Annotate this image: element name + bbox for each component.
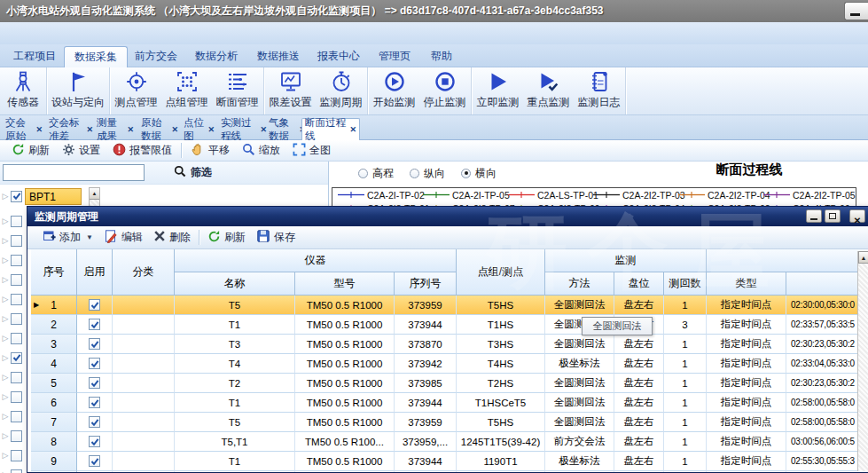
radio-dot-icon[interactable] [410, 169, 419, 178]
cell-enabled[interactable] [77, 374, 113, 393]
checkbox[interactable] [11, 469, 22, 473]
expander-icon[interactable]: ▷ [0, 295, 11, 304]
tree-item-3[interactable]: ▷ [0, 271, 22, 288]
expander-icon[interactable]: ▷ [0, 334, 11, 343]
close-icon[interactable]: ✕ [207, 125, 215, 134]
expander-icon[interactable]: ▷ [0, 256, 11, 264]
filter-input[interactable] [3, 164, 145, 181]
save-button[interactable]: 保存 [251, 229, 301, 247]
tree-item-10[interactable]: ▷ [0, 407, 22, 425]
tree-item-7[interactable]: ▷ [0, 349, 22, 367]
doc-tab-4[interactable]: 点位图✕ [181, 118, 217, 140]
menu-tab-5[interactable]: 报表中心 [312, 46, 365, 67]
cell-enabled[interactable] [77, 432, 113, 452]
expander-icon[interactable]: ▷ [0, 275, 11, 284]
pan-button[interactable]: 平移 [184, 142, 236, 160]
cell-enabled[interactable] [77, 335, 113, 354]
checkbox[interactable] [89, 299, 100, 311]
tree-item-9[interactable]: ▷ [0, 388, 22, 406]
dialog-minimize-button[interactable] [806, 209, 822, 223]
cell-enabled[interactable] [77, 315, 113, 335]
monitor-period-button[interactable]: 监测周期 [316, 69, 366, 114]
checkbox[interactable] [11, 450, 22, 461]
checkbox[interactable] [11, 216, 22, 227]
point-manage-button[interactable]: 测点管理 [111, 69, 161, 114]
checkbox[interactable] [11, 333, 22, 344]
checkbox[interactable] [11, 255, 22, 266]
menu-tab-6[interactable]: 管理页 [372, 46, 417, 67]
cell-enabled[interactable] [77, 413, 113, 432]
checkbox[interactable] [11, 372, 22, 383]
scroll-up-icon[interactable]: ▲ [90, 188, 99, 200]
checkbox[interactable] [89, 416, 100, 428]
dialog-titlebar[interactable]: 监测周期管理 ✕ [27, 207, 868, 226]
checkbox[interactable] [11, 191, 22, 202]
expander-icon[interactable]: ▷ [0, 392, 11, 401]
menu-tab-1[interactable]: 数据采集 [64, 46, 128, 67]
doc-tab-2[interactable]: 测量成果✕ [94, 118, 137, 140]
checkbox[interactable] [89, 358, 100, 369]
full-view-button[interactable]: 全图 [286, 142, 337, 160]
checkbox[interactable] [11, 391, 22, 403]
dialog-close-button[interactable]: ✕ [849, 209, 865, 223]
close-icon[interactable]: ✕ [349, 125, 356, 134]
filter-button[interactable]: 筛选 [168, 164, 217, 181]
close-icon[interactable]: ✕ [171, 125, 178, 134]
scroll-up-icon[interactable]: ▲ [858, 251, 868, 264]
settings-button[interactable]: 设置 [56, 142, 106, 160]
station-orientation-button[interactable]: 设站与定向 [48, 69, 108, 114]
selected-point-group[interactable]: BPT1 [25, 188, 82, 205]
checkbox[interactable] [89, 455, 100, 467]
radio-2[interactable]: 横向 [461, 166, 497, 181]
expander-icon[interactable]: ▷ [0, 451, 11, 460]
tolerance-settings-button[interactable]: 限差设置 [265, 69, 316, 114]
checkbox[interactable] [11, 411, 22, 422]
start-monitor-button[interactable]: 开始监测 [369, 69, 419, 114]
cell-enabled[interactable] [77, 354, 113, 374]
tree-item-11[interactable]: ▷ [0, 427, 22, 445]
delete-button[interactable]: 删除 [148, 229, 196, 247]
menu-tab-2[interactable]: 前方交会 [128, 46, 184, 67]
doc-tab-0[interactable]: 交会原始✕ [3, 118, 45, 140]
radio-dot-icon[interactable] [461, 169, 471, 178]
cell-enabled[interactable] [77, 393, 113, 413]
dialog-maximize-button[interactable] [825, 209, 841, 223]
checkbox[interactable] [11, 352, 22, 364]
close-icon[interactable]: ✕ [86, 125, 93, 134]
expander-icon[interactable]: ▷ [0, 373, 11, 382]
checkbox[interactable] [89, 319, 100, 330]
chevron-down-icon[interactable]: ▼ [86, 233, 93, 241]
checkbox[interactable] [89, 397, 100, 408]
expander-icon[interactable]: ▷ [0, 412, 11, 421]
radio-0[interactable]: 高程 [358, 166, 394, 181]
tree-item-6[interactable]: ▷ [0, 329, 22, 347]
refresh-button[interactable]: 刷新 [202, 229, 251, 247]
menu-tab-3[interactable]: 数据分析 [188, 46, 245, 67]
table-scrollbar[interactable]: ▲ [857, 251, 868, 471]
stop-monitor-button[interactable]: 停止监测 [419, 69, 470, 114]
menu-tab-7[interactable]: 帮助 [424, 46, 459, 67]
expander-icon[interactable]: ▷ [0, 217, 11, 225]
tree-item-2[interactable]: ▷ [0, 251, 22, 269]
checkbox[interactable] [11, 294, 22, 305]
window-control-button[interactable] [844, 2, 868, 20]
key-monitor-button[interactable]: 重点监测 [523, 69, 574, 114]
tree-item-5[interactable]: ▷ [0, 310, 22, 327]
tree-item-1[interactable]: ▷ [0, 232, 22, 249]
tree-item-4[interactable]: ▷ [0, 290, 22, 308]
tree-item-selected[interactable]: ▷BPT1 [0, 187, 82, 205]
menu-tab-4[interactable]: 数据推送 [250, 46, 307, 67]
immediate-monitor-button[interactable]: 立即监测 [473, 69, 523, 114]
doc-tab-5[interactable]: 实测过程线✕ [218, 118, 270, 140]
expander-icon[interactable]: ▷ [0, 314, 11, 323]
checkbox[interactable] [89, 338, 100, 350]
checkbox[interactable] [11, 430, 22, 442]
zoom-button[interactable]: 缩放 [236, 142, 286, 160]
alarm-limit-button[interactable]: 报警限值 [106, 142, 178, 160]
expander-icon[interactable]: ▷ [0, 236, 11, 245]
doc-tab-7[interactable]: 断面过程线✕ [301, 118, 360, 140]
doc-tab-3[interactable]: 原始数据✕ [138, 118, 181, 140]
cell-enabled[interactable] [77, 452, 113, 471]
close-icon[interactable]: ✕ [35, 125, 43, 134]
add-button[interactable]: 添加▼ [36, 229, 98, 247]
